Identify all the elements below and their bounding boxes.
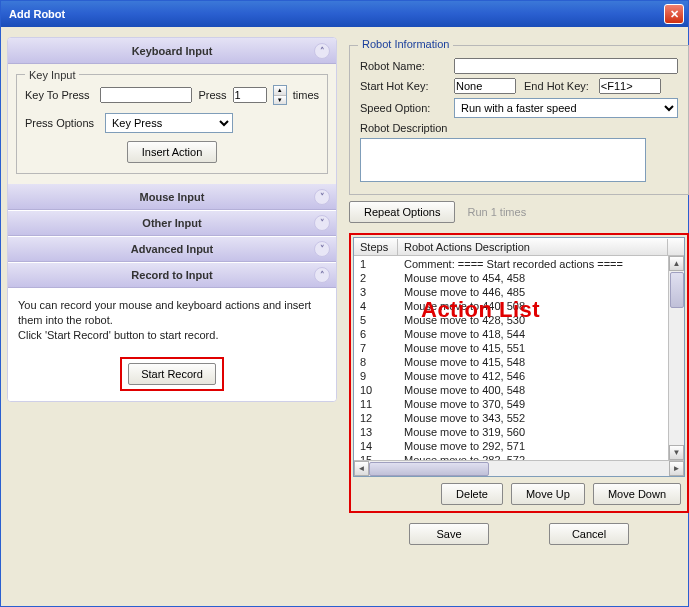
key-input-legend: Key Input (25, 69, 79, 81)
scroll-left-icon[interactable]: ◄ (354, 461, 369, 476)
table-row[interactable]: 5Mouse move to 428, 530 (354, 313, 668, 327)
chevron-down-icon: ˅ (314, 215, 330, 231)
section-other-input[interactable]: Other Input ˅ (8, 210, 336, 236)
chevron-up-icon: ˄ (314, 43, 330, 59)
desc-cell: Mouse move to 370, 549 (398, 398, 668, 410)
insert-action-button[interactable]: Insert Action (127, 141, 218, 163)
key-input-group: Key Input Key To Press Press ▲▼ times (16, 74, 328, 174)
cancel-button[interactable]: Cancel (549, 523, 629, 545)
press-count-input[interactable] (233, 87, 267, 103)
section-advanced-label: Advanced Input (131, 243, 214, 255)
times-label: times (293, 89, 319, 101)
step-cell: 4 (354, 300, 398, 312)
table-row[interactable]: 8Mouse move to 415, 548 (354, 355, 668, 369)
list-header: Steps Robot Actions Description (354, 238, 684, 256)
robot-description-textarea[interactable] (360, 138, 646, 182)
press-count-stepper[interactable]: ▲▼ (273, 85, 287, 105)
step-cell: 5 (354, 314, 398, 326)
section-advanced-input[interactable]: Advanced Input ˅ (8, 236, 336, 262)
robot-name-input[interactable] (454, 58, 678, 74)
action-list[interactable]: Steps Robot Actions Description 1Comment… (353, 237, 685, 477)
scroll-right-icon[interactable]: ► (669, 461, 684, 476)
desc-cell: Mouse move to 412, 546 (398, 370, 668, 382)
chevron-down-icon: ˅ (314, 241, 330, 257)
step-cell: 8 (354, 356, 398, 368)
repeat-options-button[interactable]: Repeat Options (349, 201, 455, 223)
window-title: Add Robot (9, 8, 664, 20)
table-row[interactable]: 1Comment: ==== Start recorded actions ==… (354, 257, 668, 271)
col-description[interactable]: Robot Actions Description (398, 239, 668, 255)
table-row[interactable]: 15Mouse move to 282, 572 (354, 453, 668, 460)
table-row[interactable]: 14Mouse move to 292, 571 (354, 439, 668, 453)
table-row[interactable]: 11Mouse move to 370, 549 (354, 397, 668, 411)
section-record-label: Record to Input (131, 269, 212, 281)
desc-cell: Mouse move to 400, 548 (398, 384, 668, 396)
table-row[interactable]: 12Mouse move to 343, 552 (354, 411, 668, 425)
table-row[interactable]: 9Mouse move to 412, 546 (354, 369, 668, 383)
keyboard-input-panel: Key Input Key To Press Press ▲▼ times (8, 64, 336, 184)
desc-cell: Mouse move to 415, 548 (398, 356, 668, 368)
titlebar[interactable]: Add Robot ✕ (1, 1, 688, 27)
delete-button[interactable]: Delete (441, 483, 503, 505)
desc-cell: Mouse move to 440, 508 (398, 300, 668, 312)
table-row[interactable]: 4Mouse move to 440, 508 (354, 299, 668, 313)
desc-cell: Mouse move to 292, 571 (398, 440, 668, 452)
move-down-button[interactable]: Move Down (593, 483, 681, 505)
desc-cell: Mouse move to 343, 552 (398, 412, 668, 424)
scroll-up-icon[interactable]: ▲ (669, 256, 684, 271)
press-options-label: Press Options (25, 117, 99, 129)
robot-info-legend: Robot Information (358, 38, 453, 50)
action-list-highlight: Action List Steps Robot Actions Descript… (349, 233, 689, 513)
section-record-to-input[interactable]: Record to Input ˄ (8, 262, 336, 288)
key-to-press-input[interactable] (100, 87, 192, 103)
stepper-up-icon[interactable]: ▲ (274, 86, 286, 96)
start-hotkey-label: Start Hot Key: (360, 80, 446, 92)
step-cell: 11 (354, 398, 398, 410)
scroll-down-icon[interactable]: ▼ (669, 445, 684, 460)
horizontal-scrollbar[interactable]: ◄ ► (354, 460, 684, 476)
step-cell: 1 (354, 258, 398, 270)
table-row[interactable]: 10Mouse move to 400, 548 (354, 383, 668, 397)
close-button[interactable]: ✕ (664, 4, 684, 24)
table-row[interactable]: 2Mouse move to 454, 458 (354, 271, 668, 285)
table-row[interactable]: 6Mouse move to 418, 544 (354, 327, 668, 341)
record-panel: You can record your mouse and keyboard a… (8, 288, 336, 401)
step-cell: 6 (354, 328, 398, 340)
hscroll-thumb[interactable] (369, 462, 489, 476)
step-cell: 9 (354, 370, 398, 382)
step-cell: 14 (354, 440, 398, 452)
chevron-down-icon: ˅ (314, 189, 330, 205)
section-keyboard-input[interactable]: Keyboard Input ˄ (8, 38, 336, 64)
step-cell: 2 (354, 272, 398, 284)
save-button[interactable]: Save (409, 523, 489, 545)
start-hotkey-input[interactable] (454, 78, 516, 94)
speed-option-select[interactable]: Run with a faster speed (454, 98, 678, 118)
left-accordion: Keyboard Input ˄ Key Input Key To Press … (7, 37, 337, 402)
end-hotkey-label: End Hot Key: (524, 80, 589, 92)
list-rows[interactable]: 1Comment: ==== Start recorded actions ==… (354, 256, 668, 460)
vertical-scrollbar[interactable]: ▲ ▼ (668, 256, 684, 460)
step-cell: 10 (354, 384, 398, 396)
robot-information-group: Robot Information Robot Name: Start Hot … (349, 45, 689, 195)
table-row[interactable]: 13Mouse move to 319, 560 (354, 425, 668, 439)
desc-cell: Mouse move to 446, 485 (398, 286, 668, 298)
step-cell: 3 (354, 286, 398, 298)
stepper-down-icon[interactable]: ▼ (274, 96, 286, 105)
end-hotkey-input[interactable] (599, 78, 661, 94)
col-steps[interactable]: Steps (354, 239, 398, 255)
section-mouse-input[interactable]: Mouse Input ˅ (8, 184, 336, 210)
scroll-thumb[interactable] (670, 272, 684, 308)
press-options-select[interactable]: Key Press (105, 113, 233, 133)
desc-cell: Mouse move to 319, 560 (398, 426, 668, 438)
robot-description-label: Robot Description (360, 122, 470, 134)
desc-cell: Mouse move to 428, 530 (398, 314, 668, 326)
start-record-button[interactable]: Start Record (128, 363, 216, 385)
press-label: Press (198, 89, 226, 101)
table-row[interactable]: 7Mouse move to 415, 551 (354, 341, 668, 355)
start-record-highlight: Start Record (120, 357, 224, 391)
table-row[interactable]: 3Mouse move to 446, 485 (354, 285, 668, 299)
move-up-button[interactable]: Move Up (511, 483, 585, 505)
step-cell: 13 (354, 426, 398, 438)
repeat-summary: Run 1 times (467, 206, 526, 218)
chevron-up-icon: ˄ (314, 267, 330, 283)
